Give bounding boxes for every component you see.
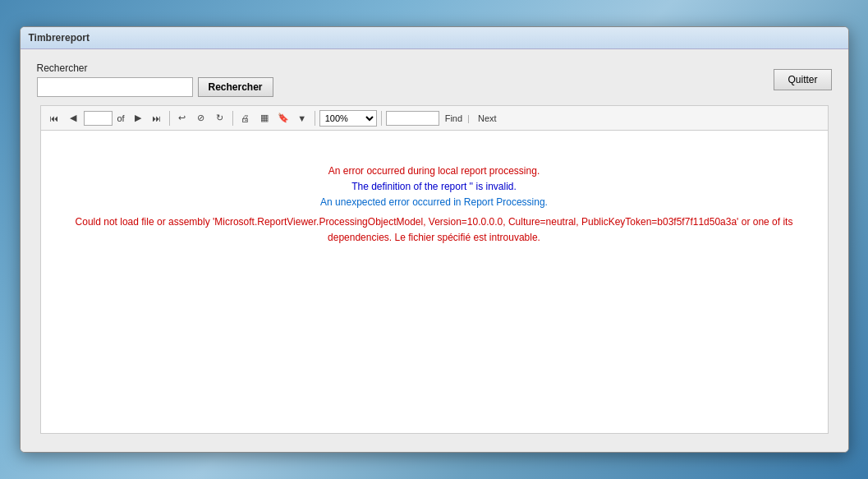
first-page-icon: ⏮: [49, 113, 58, 123]
title-bar: Timbrereport: [21, 27, 848, 49]
window-content: Rechercher Rechercher Quitter ⏮ ◀: [21, 49, 848, 452]
of-label: of: [117, 113, 125, 123]
print-icon: 🖨: [241, 113, 250, 123]
bookmark-icon: 🔖: [278, 113, 289, 123]
separator-3: [315, 111, 315, 126]
back-icon: ↩: [178, 113, 186, 123]
next-page-button[interactable]: ▶: [130, 110, 146, 127]
stop-button[interactable]: ⊘: [193, 110, 209, 127]
search-row: Rechercher: [37, 77, 273, 97]
report-area: ⏮ ◀ of ▶ ⏭ ↩ ⊘: [30, 105, 838, 444]
next-label[interactable]: Next: [478, 113, 497, 123]
prev-page-icon: ◀: [70, 113, 76, 123]
layout-icon: ▦: [260, 113, 269, 123]
refresh-button[interactable]: ↻: [212, 110, 228, 127]
separator-4: [381, 111, 382, 126]
stop-icon: ⊘: [197, 113, 204, 123]
separator-1: [169, 111, 170, 126]
search-input[interactable]: [37, 77, 193, 97]
page-number-input[interactable]: [84, 111, 113, 126]
first-page-button[interactable]: ⏮: [46, 110, 62, 127]
search-label: Rechercher: [37, 62, 273, 74]
error-line1: An error occurred during local report pr…: [57, 164, 811, 179]
error-line4: Could not load file or assembly 'Microso…: [57, 214, 811, 246]
window-title: Timbrereport: [29, 32, 90, 44]
refresh-icon: ↻: [216, 113, 223, 123]
quitter-button[interactable]: Quitter: [774, 69, 831, 90]
error-line2: The definition of the report '' is inval…: [57, 179, 811, 195]
last-page-icon: ⏭: [152, 113, 161, 123]
export-button[interactable]: ▼: [294, 110, 310, 127]
last-page-button[interactable]: ⏭: [149, 110, 165, 127]
zoom-select[interactable]: 100% 25% 50% 75% 150% 200%: [319, 110, 377, 127]
pipe-separator: |: [467, 113, 470, 123]
layout-button[interactable]: ▦: [256, 110, 273, 127]
error-line3-text: An unexpected error occurred in Report P…: [320, 196, 548, 208]
rechercher-button[interactable]: Rechercher: [198, 77, 273, 97]
export-icon: ▼: [297, 113, 306, 123]
search-group: Rechercher Rechercher: [37, 62, 273, 97]
report-content: An error occurred during local report pr…: [40, 130, 829, 434]
separator-2: [232, 111, 233, 126]
find-label: Find: [445, 113, 462, 123]
error-display: An error occurred during local report pr…: [57, 164, 811, 246]
report-toolbar: ⏮ ◀ of ▶ ⏭ ↩ ⊘: [40, 105, 829, 130]
next-page-icon: ▶: [135, 113, 141, 123]
back-button[interactable]: ↩: [174, 110, 191, 127]
error-line3: An unexpected error occurred in Report P…: [57, 195, 811, 210]
search-section: Rechercher Rechercher Quitter: [30, 58, 838, 105]
prev-page-button[interactable]: ◀: [65, 110, 81, 127]
main-window: Timbrereport Rechercher Rechercher Quitt…: [20, 26, 849, 453]
error-line2-text: The definition of the report '' is inval…: [351, 181, 517, 192]
find-input[interactable]: [386, 111, 439, 126]
print-button[interactable]: 🖨: [237, 110, 254, 127]
bookmark-button[interactable]: 🔖: [275, 110, 292, 127]
